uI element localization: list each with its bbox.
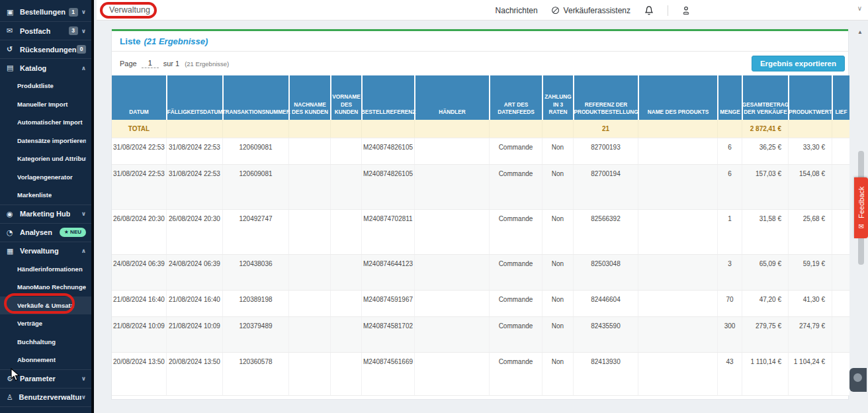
total-cell: [788, 120, 832, 138]
chevron-down-icon: ∨: [81, 210, 86, 217]
table-cell: 274,79 €: [788, 317, 832, 352]
chat-widget-stub[interactable]: [849, 368, 867, 392]
table-cell: [414, 291, 489, 316]
sidebar-item-ruecksendungen[interactable]: ↺Rücksendungen0: [0, 40, 91, 58]
sidebar-item-verkaeufe-umsatz[interactable]: Verkäufe & Umsatz: [0, 297, 91, 315]
sidebar-item-verwaltung[interactable]: ▦Verwaltung∧: [0, 242, 91, 260]
sidebar-item-bestellungen[interactable]: ▣Bestellungen1∨: [0, 3, 91, 21]
table-cell: 82435590: [573, 317, 638, 352]
sidebar-item-manomano-rechnungen[interactable]: ManoMano Rechnungen: [0, 278, 91, 297]
page-number-input[interactable]: 1: [142, 59, 159, 68]
table-cell: 6: [717, 138, 742, 164]
export-button[interactable]: Ergebnis exportieren: [752, 56, 845, 71]
table-cell: [330, 353, 361, 395]
sidebar-item-buchhaltung[interactable]: Buchhaltung: [0, 333, 91, 351]
sidebar-item-parameter[interactable]: ⚙Parameter∨: [0, 369, 91, 388]
table-cell: 20/08/2024 13:50: [112, 353, 166, 395]
table-cell: [414, 255, 489, 290]
bell-icon[interactable]: [644, 5, 654, 17]
table-total-row: TOTAL212 872,41 €: [112, 120, 849, 138]
list-result-count: (21 Ergebnisse): [144, 36, 208, 46]
total-cell: [361, 120, 414, 138]
column-header-art-des-datenfeeds: ART DES DATENFEEDS: [489, 75, 542, 120]
table-cell: 82503048: [573, 255, 638, 290]
nachrichten-link[interactable]: Nachrichten: [496, 6, 538, 15]
sidebar-item-markenliste[interactable]: Markenliste: [0, 186, 91, 205]
table-cell: 1 104,24 €: [788, 353, 832, 395]
sidebar-item-analysen[interactable]: ◔Analysen★ NEU: [0, 223, 91, 242]
sidebar-item-vorlagengenerator[interactable]: Vorlagengenerator: [0, 168, 91, 187]
table-cell: M240874581702: [361, 317, 414, 352]
table-cell: 3: [717, 255, 742, 290]
table-cell: 82446604: [573, 291, 638, 316]
sidebar-item-abonnement[interactable]: Abonnement: [0, 351, 91, 369]
sidebar-item-automatischer-import[interactable]: Automatischer Import: [0, 113, 91, 132]
table-cell: [638, 317, 717, 352]
sidebar-item-label: Bestellungen: [20, 8, 65, 16]
sidebar-item-haendlerinformationen[interactable]: Händlerinformationen: [0, 260, 91, 279]
sidebar-item-manueller-import[interactable]: Manueller Import: [0, 95, 91, 114]
page-title: Verwaltung: [109, 5, 150, 15]
table-cell: Non: [542, 138, 573, 164]
panel-header: Liste (21 Ergebnisse): [112, 31, 848, 52]
table-header-row: DATUMFÄLLIGKEITSDATUMTRANSAKTIONSNUMMERN…: [112, 75, 849, 120]
table-cell: [330, 210, 361, 254]
sidebar-item-postfach[interactable]: ✉Postfach3∨: [0, 21, 91, 40]
sidebar-item-label: Datensätze importieren: [17, 137, 86, 144]
sidebar-item-benutzerverwaltung[interactable]: ♙Benutzerverwaltung∨: [0, 388, 91, 406]
table-cell: M240874702811: [361, 210, 414, 254]
scrollbar-up-arrow[interactable]: ▲: [857, 29, 863, 35]
table-cell: Commande: [489, 165, 542, 209]
sidebar-item-label: Katalog: [20, 64, 46, 72]
table-cell: [288, 210, 330, 254]
sidebar-item-katalog[interactable]: ▤Katalog∧: [0, 58, 91, 77]
sidebar-item-ausfuehren[interactable]: ⇩Ausführen: [0, 406, 91, 413]
sidebar: ▣Bestellungen1∨✉Postfach3∨↺Rücksendungen…: [0, 0, 94, 413]
mailbox-icon: ✉: [7, 26, 17, 35]
table-cell: 279,75 €: [742, 317, 788, 352]
chevron-down-icon[interactable]: ∨: [857, 5, 862, 12]
results-table: DATUMFÄLLIGKEITSDATUMTRANSAKTIONSNUMMERN…: [112, 75, 849, 396]
table-body: 31/08/2024 22:5331/08/2024 22:5312060908…: [112, 138, 849, 396]
feedback-tab[interactable]: ✉ Feedback: [854, 177, 868, 238]
table-cell: 21/08/2024 16:40: [166, 291, 222, 316]
topbar: Verwaltung Nachrichten Verkäuferassisten…: [97, 0, 868, 21]
chevron-down-icon: ∨: [81, 28, 86, 34]
table-cell: [832, 255, 849, 290]
page-of-label: sur 1: [163, 60, 179, 68]
table-cell: 82413930: [573, 353, 638, 395]
count-badge: 0: [77, 45, 86, 54]
table-row: 26/08/2024 20:3026/08/2024 20:3012049274…: [112, 210, 849, 255]
gear-icon: ⚙: [7, 375, 17, 383]
sidebar-item-label: Parameter: [20, 375, 56, 383]
table-cell: Commande: [489, 291, 542, 316]
table-row: 21/08/2024 10:0921/08/2024 10:0912037948…: [112, 317, 849, 353]
total-cell: TOTAL: [112, 120, 166, 138]
column-header-bestellreferenz: BESTELLREFERENZ: [361, 75, 414, 120]
sidebar-item-label: Manueller Import: [17, 101, 68, 108]
table-cell: 120379489: [222, 317, 288, 352]
table-cell: Commande: [489, 210, 542, 254]
table-cell: 43: [717, 353, 742, 395]
table-cell: Commande: [489, 353, 542, 395]
page-total-label: (21 Ergebnisse): [185, 60, 229, 68]
total-cell: [542, 120, 573, 138]
table-cell: [330, 138, 361, 164]
sidebar-item-label: Verwaltung: [20, 247, 59, 255]
table-cell: 82566392: [573, 210, 638, 254]
sidebar-item-kategorien-und-attribute[interactable]: Kategorien und Attribute: [0, 150, 91, 168]
sidebar-item-vertraege[interactable]: Verträge: [0, 314, 91, 333]
neu-badge: ★ NEU: [60, 228, 86, 237]
sidebar-item-produktliste[interactable]: Produktliste: [0, 77, 91, 95]
account-icon[interactable]: [681, 5, 691, 15]
table-cell: [832, 210, 849, 254]
table-cell: 6: [717, 165, 742, 209]
sidebar-item-marketing-hub[interactable]: ◉Marketing Hub∨: [0, 205, 91, 223]
table-row: 31/08/2024 22:5331/08/2024 22:5312060908…: [112, 165, 849, 210]
table-cell: M240874826105: [361, 138, 414, 164]
list-title: Liste: [120, 36, 141, 46]
table-cell: [288, 353, 330, 395]
sidebar-item-datensaetze-importieren[interactable]: Datensätze importieren: [0, 132, 91, 150]
verkaeuferassistenz-link[interactable]: Verkäuferassistenz: [551, 6, 630, 15]
feedback-envelope-icon: ✉: [857, 222, 865, 230]
